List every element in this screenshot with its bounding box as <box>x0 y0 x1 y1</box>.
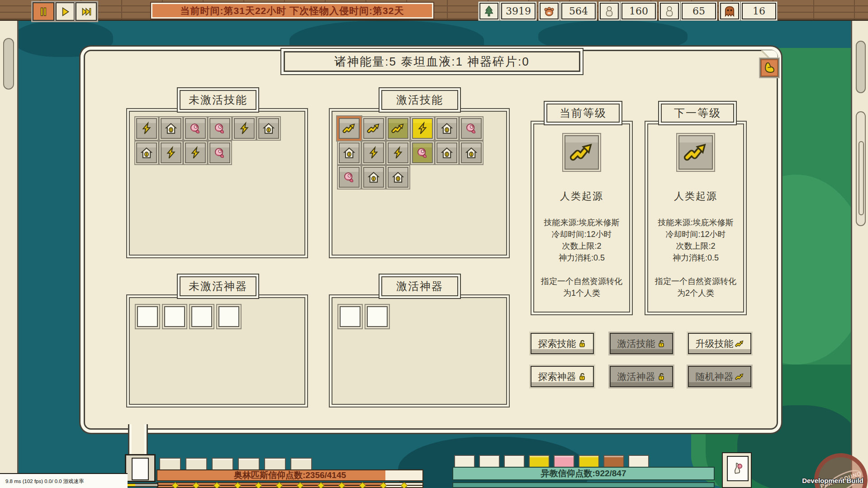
shrine-panel <box>722 452 752 488</box>
artifact-slot[interactable] <box>218 306 239 327</box>
lock-icon <box>657 339 666 348</box>
skill-tile[interactable] <box>412 142 433 163</box>
sea-dark-patch <box>538 21 688 52</box>
upgrade-skill-button[interactable]: 升级技能 <box>688 333 751 354</box>
skill-tile[interactable] <box>185 142 206 163</box>
bird-icon <box>342 171 356 184</box>
follower-slot[interactable] <box>603 455 624 468</box>
olympus-faith-bar: 奥林匹斯信仰点数:2356/4145 <box>157 469 423 481</box>
lock-icon <box>578 339 587 348</box>
explore-artifact-button[interactable]: 探索神器 <box>531 366 594 387</box>
next-level-box: 人类起源 技能来源:埃庇米修斯 冷却时间:12小时 次数上限:2 神力消耗:0.… <box>647 123 744 313</box>
god-power-button[interactable] <box>760 58 779 77</box>
lightning-icon <box>164 146 178 160</box>
lightning-icon <box>367 146 380 160</box>
offering-pin-icon[interactable] <box>727 456 749 481</box>
game-screen: 当前时间:第31天22小时 下次怪物入侵时间:第32天 3919 564 160… <box>0 0 868 488</box>
lock-icon <box>657 372 666 381</box>
pause-button[interactable] <box>33 2 54 21</box>
skill-tile[interactable] <box>161 142 181 163</box>
temple-slot-progress <box>125 483 158 487</box>
skill-tile[interactable] <box>258 118 279 139</box>
tab-label: 未激活技能 <box>189 93 247 107</box>
active-skills-title: 激活技能 <box>381 90 458 110</box>
time-banner: 当前时间:第31天22小时 下次怪物入侵时间:第32天 <box>150 2 434 19</box>
inactive-skills-title: 未激活技能 <box>180 90 256 110</box>
lightning-icon <box>140 122 153 135</box>
house-icon <box>465 146 478 160</box>
skill-tile[interactable] <box>339 142 360 163</box>
god-skill-panel: 诸神能量:5 泰坦血液:1 神器碎片:0 未激活技能 激 <box>84 50 778 430</box>
next-skill-tile <box>678 135 713 170</box>
artifact-slot[interactable] <box>340 306 360 327</box>
follower-slot[interactable] <box>479 455 500 468</box>
random-artifact-button[interactable]: 随机神器 <box>688 366 751 387</box>
skill-tile[interactable] <box>412 118 433 139</box>
artifact-slot[interactable] <box>164 306 185 327</box>
skill-tile[interactable] <box>388 142 408 163</box>
skill-tile[interactable] <box>136 118 157 139</box>
skill-tile[interactable] <box>436 142 457 163</box>
active-artifacts-title: 激活神器 <box>381 276 458 296</box>
fast-forward-button[interactable] <box>76 2 97 21</box>
arrow-icon <box>391 122 405 135</box>
skill-tile[interactable] <box>161 118 181 139</box>
skill-tile[interactable] <box>234 118 255 139</box>
tab-label: 当前等级 <box>560 106 607 120</box>
artifact-slot[interactable] <box>137 306 158 327</box>
house-icon <box>391 171 405 184</box>
monster-icon <box>720 3 739 19</box>
performance-strip: 9.8 ms (102 fps) 0.0/ 0.0 游戏速率 <box>0 473 128 488</box>
skill-tile[interactable] <box>209 142 230 163</box>
fast-forward-icon <box>81 6 92 18</box>
follower-slot[interactable] <box>579 455 599 468</box>
bird-icon <box>189 122 202 135</box>
resource-counters: 3919 564 160 65 16 <box>479 3 776 19</box>
arrow-icon <box>735 339 744 348</box>
skill-tile[interactable] <box>363 118 384 139</box>
panel-header-text: 诸神能量:5 泰坦血液:1 神器碎片:0 <box>334 54 530 70</box>
button-label: 随机神器 <box>696 370 734 383</box>
activate-skill-button[interactable]: 激活技能 <box>610 333 673 354</box>
skill-tile[interactable] <box>339 118 360 139</box>
skill-tile[interactable] <box>209 118 230 139</box>
play-icon <box>59 6 71 18</box>
skill-description: 指定一个自然资源转化为1个人类 <box>540 275 624 299</box>
bird-icon <box>465 122 478 135</box>
skill-tile[interactable] <box>363 142 384 163</box>
explore-skill-button[interactable]: 探索技能 <box>531 333 594 354</box>
follower-slot[interactable] <box>504 455 525 468</box>
follower-slot[interactable] <box>529 455 550 468</box>
skill-tile[interactable] <box>136 142 157 163</box>
artifact-slot[interactable] <box>191 306 212 327</box>
house-icon <box>140 146 153 160</box>
artifact-slot[interactable] <box>367 306 388 327</box>
performance-text: 9.8 ms (102 fps) 0.0/ 0.0 游戏速率 <box>5 478 84 485</box>
time-banner-text: 当前时间:第31天22小时 下次怪物入侵时间:第32天 <box>180 5 404 17</box>
skill-tile[interactable] <box>363 167 384 188</box>
pagan-faith-track <box>452 482 715 488</box>
skill-tile[interactable] <box>461 142 482 163</box>
pagan-faith-label: 异教信仰点数:922/847 <box>541 468 626 479</box>
activate-artifact-button[interactable]: 激活神器 <box>610 366 673 387</box>
skill-tile[interactable] <box>436 118 457 139</box>
panel-header: 诸神能量:5 泰坦血液:1 神器碎片:0 <box>284 51 580 72</box>
skill-tile[interactable] <box>388 167 408 188</box>
skill-tile[interactable] <box>185 118 206 139</box>
paw-icon <box>540 3 559 19</box>
next-level-title: 下一等级 <box>661 104 734 123</box>
bird-icon <box>213 146 227 160</box>
follower-slot[interactable] <box>628 455 649 468</box>
skill-tile[interactable] <box>461 118 482 139</box>
temple-slot[interactable] <box>125 454 156 482</box>
skill-tile[interactable] <box>388 118 408 139</box>
bird-icon <box>213 122 227 135</box>
pagan-faith-bar: 异教信仰点数:922/847 <box>452 467 715 480</box>
follower-slot[interactable] <box>454 455 475 468</box>
resource-counter: 3919 <box>479 3 536 19</box>
skill-cooldown: 冷却时间:12小时 <box>544 228 619 240</box>
play-button[interactable] <box>56 2 75 21</box>
follower-slot[interactable] <box>554 455 574 468</box>
skill-tile[interactable] <box>339 167 360 188</box>
resource-value: 160 <box>621 3 656 19</box>
